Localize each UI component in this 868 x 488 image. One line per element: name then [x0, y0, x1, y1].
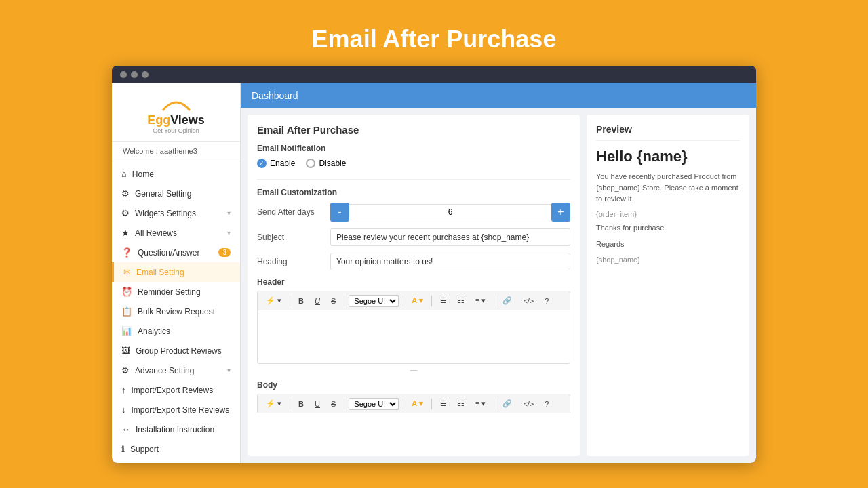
- sidebar-item-label: Home: [132, 169, 154, 179]
- sidebar-item-bulk-review-request[interactable]: 📋 Bulk Review Request: [112, 302, 240, 321]
- gear-icon: ⚙: [121, 188, 130, 199]
- counter-group: - +: [330, 203, 570, 222]
- sidebar-item-support[interactable]: ℹ Support: [112, 439, 240, 459]
- toolbar-code-btn[interactable]: </>: [519, 295, 538, 307]
- body-toolbar-code-btn[interactable]: </>: [519, 398, 538, 410]
- logo-egg: Egg: [147, 113, 170, 127]
- body-toolbar-magic-btn[interactable]: ⚡ ▾: [262, 397, 285, 410]
- toolbar-link-btn[interactable]: 🔗: [498, 294, 516, 307]
- preview-hello: Hello {name}: [596, 148, 740, 165]
- toolbar-strike-btn[interactable]: S: [327, 295, 340, 307]
- toolbar-bold-btn[interactable]: B: [294, 295, 308, 307]
- sidebar-item-label: Installation Instruction: [136, 425, 214, 434]
- send-after-days-label: Send After days: [257, 207, 325, 217]
- toolbar-sep-1: [290, 296, 290, 306]
- body-toolbar-link-btn[interactable]: 🔗: [498, 397, 516, 410]
- bulk-icon: 📋: [121, 306, 132, 317]
- sidebar-item-label: Email Setting: [136, 268, 184, 277]
- chevron-down-icon: ▾: [227, 209, 231, 217]
- preview-order-item: {order_item}: [596, 210, 740, 218]
- sidebar-item-home[interactable]: ⌂ Home: [112, 164, 240, 184]
- sidebar-logo: EggViews Get Your Opinion: [112, 83, 240, 142]
- body-toolbar-sep-5: [494, 399, 494, 409]
- sidebar-item-email-setting[interactable]: ✉ Email Setting: [112, 262, 240, 282]
- body-toolbar-sep-3: [403, 399, 403, 409]
- sidebar: EggViews Get Your Opinion Welcome : aaat…: [112, 83, 241, 463]
- body-toolbar-ul-btn[interactable]: ☰: [436, 397, 451, 410]
- heading-input[interactable]: [330, 253, 570, 270]
- header-editor[interactable]: [257, 310, 570, 364]
- sidebar-item-advance-setting[interactable]: ⚙ Advance Setting ▾: [112, 361, 240, 380]
- sidebar-item-all-reviews[interactable]: ★ All Reviews ▾: [112, 223, 240, 243]
- toolbar-font-select[interactable]: Segoe UI: [349, 295, 399, 307]
- disable-radio[interactable]: [306, 159, 315, 168]
- increment-button[interactable]: +: [551, 203, 570, 222]
- sidebar-item-import-export-reviews[interactable]: ↑ Import/Export Reviews: [112, 380, 240, 400]
- toolbar-magic-btn[interactable]: ⚡ ▾: [262, 294, 285, 307]
- toolbar-highlight-btn[interactable]: A ▾: [408, 294, 427, 307]
- browser-chrome: [112, 66, 756, 83]
- toolbar-help-btn[interactable]: ?: [540, 295, 553, 307]
- browser-dot-3: [142, 71, 149, 78]
- email-icon: ✉: [123, 267, 131, 277]
- support-icon: ℹ: [121, 444, 125, 454]
- star-icon: ★: [121, 228, 130, 238]
- question-icon: ❓: [121, 247, 132, 258]
- divider-1: [257, 179, 570, 180]
- sidebar-item-import-export-site[interactable]: ↓ Import/Export Site Reviews: [112, 400, 240, 420]
- sidebar-item-label: Bulk Review Request: [138, 307, 215, 317]
- disable-option[interactable]: Disable: [306, 159, 346, 168]
- group-icon: 🖼: [121, 346, 130, 356]
- toolbar-italic-btn[interactable]: U: [311, 295, 324, 307]
- toolbar-ol-btn[interactable]: ☷: [454, 294, 469, 307]
- sidebar-item-label: Advance Setting: [135, 366, 194, 375]
- sidebar-item-analytics[interactable]: 📊 Analytics: [112, 321, 240, 341]
- form-panel: Email After Purchase Email Notification …: [248, 115, 580, 456]
- logo-arch-icon: [156, 93, 197, 112]
- dashboard-header: Dashboard: [241, 83, 756, 108]
- toolbar-align-btn[interactable]: ≡ ▾: [471, 294, 490, 307]
- content-area: Email After Purchase Email Notification …: [241, 108, 756, 463]
- subject-input[interactable]: [330, 228, 570, 246]
- preview-thanks: Thanks for purchase.: [596, 222, 740, 234]
- sidebar-item-reminder-setting[interactable]: ⏰ Reminder Setting: [112, 282, 240, 302]
- body-toolbar-font-select[interactable]: Segoe UI: [349, 398, 399, 410]
- sidebar-item-general-setting[interactable]: ⚙ General Setting: [112, 184, 240, 203]
- sidebar-item-pricing[interactable]: $ Pricing: [112, 459, 240, 463]
- body-toolbar-align-btn[interactable]: ≡ ▾: [471, 397, 490, 410]
- toolbar-sep-5: [494, 296, 494, 306]
- toolbar-ul-btn[interactable]: ☰: [436, 294, 451, 307]
- body-toolbar-underline-btn[interactable]: U: [311, 398, 324, 410]
- heading-label: Heading: [257, 257, 325, 266]
- instruction-icon: ↔: [121, 424, 130, 434]
- decrement-button[interactable]: -: [330, 203, 349, 222]
- sidebar-item-question-answer[interactable]: ❓ Question/Answer 3: [112, 243, 240, 262]
- preview-panel: Preview Hello {name} You have recently p…: [587, 115, 749, 456]
- enable-option[interactable]: Enable: [257, 159, 295, 168]
- enable-radio-checked[interactable]: [257, 159, 267, 168]
- import-icon: ↑: [121, 385, 126, 395]
- toolbar-sep-3: [403, 296, 403, 306]
- body-toolbar-sep-1: [290, 399, 290, 409]
- gear-icon: ⚙: [121, 365, 130, 375]
- body-toolbar-highlight-btn[interactable]: A ▾: [408, 397, 427, 410]
- analytics-icon: 📊: [121, 326, 132, 336]
- body-toolbar-bold-btn[interactable]: B: [294, 398, 308, 410]
- disable-label: Disable: [319, 159, 346, 168]
- qa-badge: 3: [218, 248, 231, 257]
- export-icon: ↓: [121, 405, 126, 415]
- subject-row: Subject: [257, 228, 570, 246]
- body-toolbar-ol-btn[interactable]: ☷: [454, 397, 469, 410]
- welcome-text: Welcome : aaatheme3: [112, 142, 240, 161]
- preview-title: Preview: [596, 124, 740, 141]
- sidebar-item-widgets-settings[interactable]: ⚙ Widgets Settings ▾: [112, 203, 240, 223]
- sidebar-nav: ⌂ Home ⚙ General Setting ⚙ Widgets Setti…: [112, 161, 240, 463]
- body-toolbar-strike-btn[interactable]: S: [327, 398, 340, 410]
- heading-row: Heading: [257, 253, 570, 270]
- sidebar-item-label: All Reviews: [135, 228, 177, 238]
- days-input[interactable]: [349, 204, 551, 220]
- sidebar-item-group-product-reviews[interactable]: 🖼 Group Product Reviews: [112, 341, 240, 361]
- body-toolbar-help-btn[interactable]: ?: [540, 398, 553, 410]
- sidebar-item-installation-instruction[interactable]: ↔ Installation Instruction: [112, 420, 240, 439]
- browser-dot-1: [120, 71, 127, 78]
